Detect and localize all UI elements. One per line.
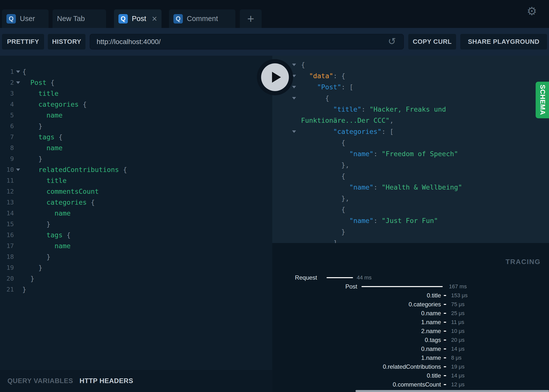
close-tab-icon[interactable]: ×	[148, 14, 157, 23]
trace-label: 0.commentsCount	[272, 380, 441, 389]
fold-spacer	[14, 110, 22, 121]
code-text: name	[22, 110, 63, 121]
line-number: 8	[0, 143, 14, 153]
fold-spacer	[14, 208, 22, 219]
response-line: {	[272, 171, 549, 182]
editor-line: 17 name	[0, 241, 272, 251]
fold-arrow-icon[interactable]	[292, 59, 301, 70]
response-line: }	[272, 226, 549, 237]
refresh-schema-icon[interactable]: ↺	[388, 34, 396, 49]
code-text: }	[22, 284, 26, 295]
tab-query-variables[interactable]: QUERY VARIABLES	[7, 377, 73, 385]
tab-new-tab[interactable]: New Tab	[53, 9, 106, 28]
line-number: 6	[0, 121, 14, 132]
editor-line: 18 }	[0, 251, 272, 262]
line-number: 13	[0, 197, 14, 208]
trace-row: 0.tags20 μs	[272, 336, 549, 344]
response-text: "data": {	[301, 70, 345, 81]
trace-duration-value: 14 μs	[451, 344, 465, 353]
fold-arrow-icon[interactable]	[14, 77, 22, 88]
code-text: categories {	[22, 197, 95, 208]
tab-comment[interactable]: QComment	[169, 9, 235, 28]
response-text: {	[301, 171, 345, 182]
editor-line: 15 }	[0, 219, 272, 230]
trace-row: 2.name10 μs	[272, 327, 549, 336]
fold-spacer	[14, 251, 22, 262]
play-icon	[272, 72, 281, 83]
editor-line: 10 relatedContributions {	[0, 164, 272, 175]
fold-spacer	[292, 159, 301, 171]
response-text: "Post": [	[301, 81, 353, 93]
fold-arrow-icon[interactable]	[292, 93, 301, 104]
line-number: 19	[0, 262, 14, 273]
trace-duration-bar	[444, 375, 446, 376]
trace-duration-value: 44 ms	[357, 273, 372, 282]
line-number: 7	[0, 132, 14, 143]
tab-user[interactable]: QUser	[2, 9, 49, 28]
trace-duration-value: 11 μs	[451, 318, 464, 327]
fold-triangle	[292, 130, 296, 133]
query-editor[interactable]: 1{2 Post {3 title4 categories {5 name6 }…	[0, 56, 272, 370]
trace-label: 1.name	[272, 318, 441, 327]
fold-spacer	[14, 175, 22, 186]
trace-duration-bar	[444, 313, 446, 314]
editor-line: 21}	[0, 284, 272, 295]
response-text: "categories": [	[301, 126, 394, 137]
code-text: tags {	[22, 132, 63, 143]
line-number: 10	[0, 164, 14, 175]
response-text: }	[301, 226, 345, 237]
schema-tab-label: SCHEMA	[539, 85, 546, 115]
line-number: 9	[0, 153, 14, 164]
line-number: 4	[0, 99, 14, 110]
execute-query-button[interactable]	[257, 59, 293, 95]
response-line: "name": "Just For Fun"	[272, 215, 549, 226]
response-line: Funktionäre...Der CCC",	[272, 115, 549, 126]
line-number: 12	[0, 186, 14, 197]
tab-post[interactable]: QPost×	[114, 9, 162, 28]
fold-arrow-icon[interactable]	[14, 66, 22, 77]
fold-spacer	[14, 186, 22, 197]
trace-row: 1.name11 μs	[272, 318, 549, 327]
endpoint-url-input[interactable]	[90, 34, 404, 49]
editor-line: 2 Post {	[0, 77, 272, 88]
fold-arrow-icon[interactable]	[14, 164, 22, 175]
new-tab-button[interactable]: +	[240, 9, 262, 28]
fold-spacer	[14, 262, 22, 273]
line-number: 21	[0, 284, 14, 295]
trace-duration-value: 20 μs	[451, 336, 465, 344]
line-number: 1	[0, 66, 14, 77]
history-button[interactable]: HISTORY	[48, 34, 85, 49]
tracing-title: TRACING	[505, 258, 541, 266]
prettify-button[interactable]: PRETTIFY	[2, 34, 44, 49]
settings-gear-icon[interactable]: ⚙	[527, 4, 537, 18]
fold-spacer	[14, 99, 22, 110]
trace-row: 0.name14 μs	[272, 344, 549, 353]
response-text: {	[301, 93, 329, 104]
trace-duration-bar	[444, 295, 446, 296]
response-line: "data": {	[272, 70, 549, 81]
horizontal-scrollbar[interactable]	[356, 390, 549, 392]
share-playground-button[interactable]: SHARE PLAYGROUND	[460, 34, 547, 49]
trace-row: Request44 ms	[272, 273, 549, 282]
code-text: name	[22, 143, 63, 153]
query-badge: Q	[118, 14, 128, 24]
fold-arrow-icon[interactable]	[292, 81, 301, 93]
schema-side-tab[interactable]: SCHEMA	[536, 82, 549, 118]
code-text: commentsCount	[22, 186, 99, 197]
response-text: "title": "Hacker, Freaks und	[301, 104, 446, 115]
trace-duration-bar	[444, 366, 446, 367]
trace-label: Post	[272, 282, 357, 291]
tab-http-headers[interactable]: HTTP HEADERS	[80, 377, 133, 385]
trace-duration-bar	[361, 286, 443, 287]
fold-arrow-icon[interactable]	[292, 70, 301, 81]
editor-line: 11 title	[0, 175, 272, 186]
code-text: relatedContributions {	[22, 164, 127, 175]
copy-curl-button[interactable]: COPY CURL	[408, 34, 456, 49]
editor-line: 12 commentsCount	[0, 186, 272, 197]
response-line: "name": "Health & Wellbeing"	[272, 182, 549, 193]
editor-line: 3 title	[0, 88, 272, 99]
fold-spacer	[292, 171, 301, 182]
fold-spacer	[292, 137, 301, 148]
trace-label: 0.relatedContributions	[272, 362, 441, 371]
fold-arrow-icon[interactable]	[292, 126, 301, 137]
